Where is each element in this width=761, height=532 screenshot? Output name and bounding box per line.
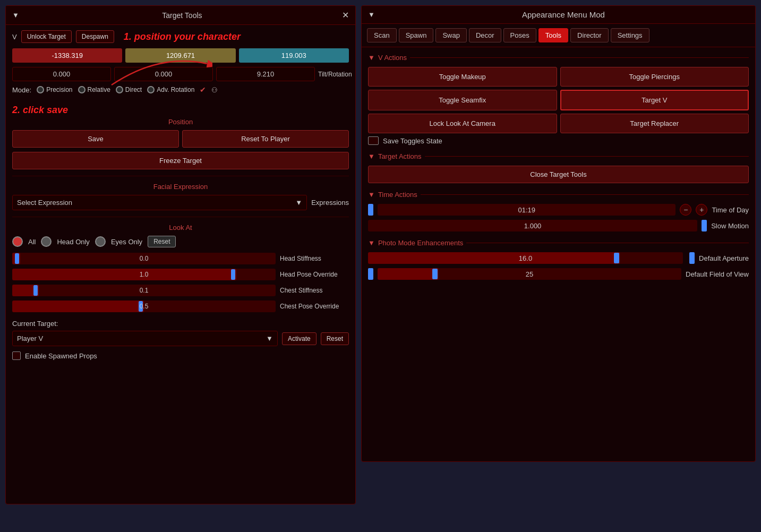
time-actions-title: Time Actions: [378, 191, 417, 199]
position-section-label: Position: [12, 118, 349, 126]
slow-motion-slider[interactable]: 1.000: [368, 220, 697, 231]
all-radio[interactable]: [12, 236, 23, 247]
target-replacer-button[interactable]: Target Replacer: [560, 114, 749, 133]
toggle-makeup-button[interactable]: Toggle Makeup: [368, 67, 557, 87]
head-stiffness-value: 0.0: [12, 255, 276, 262]
check-icon: ✔: [200, 85, 206, 94]
activate-button[interactable]: Activate: [282, 332, 317, 345]
right-panel: ▼ Appearance Menu Mod Scan Spawn Swap De…: [361, 5, 756, 462]
close-button[interactable]: ✕: [342, 10, 349, 20]
tab-spawn[interactable]: Spawn: [399, 28, 434, 42]
eyes-only-radio[interactable]: [95, 236, 106, 247]
v-actions-header: ▼ V Actions: [368, 54, 749, 62]
save-toggles-label: Save Toggles State: [383, 137, 442, 145]
head-pose-slider[interactable]: 1.0: [12, 269, 276, 280]
close-target-tools-button[interactable]: Close Target Tools: [368, 166, 749, 183]
rx-input[interactable]: [12, 67, 111, 81]
chest-pose-slider[interactable]: 0.5: [12, 301, 276, 312]
chest-stiffness-label: Chest Stiffness: [280, 287, 349, 294]
save-button[interactable]: Save: [12, 130, 179, 148]
save-toggles-row: Save Toggles State: [368, 136, 749, 145]
precision-radio[interactable]: Precision: [37, 86, 72, 93]
time-of-day-row: 01:19 − + Time of Day: [368, 204, 749, 216]
right-collapse-icon[interactable]: ▼: [368, 11, 375, 19]
head-pose-label: Head Pose Override: [280, 271, 349, 278]
look-at-reset-button[interactable]: Reset: [148, 236, 176, 247]
reset-to-player-button[interactable]: Reset To Player: [182, 130, 349, 148]
direct-radio[interactable]: Direct: [116, 86, 142, 93]
collapse-icon[interactable]: ▼: [12, 11, 19, 19]
expression-select-row: Select Expression ▼ Expressions: [12, 195, 349, 210]
facial-expression-label: Facial Expression: [12, 183, 349, 191]
slow-motion-row: 1.000 Slow Motion: [368, 220, 749, 231]
mode-label: Mode:: [12, 86, 31, 94]
aperture-thumb[interactable]: [689, 252, 695, 264]
time-actions-header: ▼ Time Actions: [368, 191, 749, 199]
fov-slider[interactable]: 25: [378, 268, 681, 280]
fov-row: 25 Default Field of View: [368, 268, 749, 280]
head-only-radio[interactable]: [41, 236, 52, 247]
tab-tools[interactable]: Tools: [538, 28, 568, 42]
time-of-day-thumb[interactable]: [368, 204, 373, 216]
tab-settings[interactable]: Settings: [611, 28, 649, 42]
current-target-label: Current Target:: [12, 320, 349, 328]
ry-input[interactable]: [114, 67, 213, 81]
chest-pose-label: Chest Pose Override: [280, 303, 349, 310]
chest-stiffness-value: 0.1: [12, 287, 276, 294]
y-coord-input[interactable]: [125, 48, 235, 63]
reset-target-button[interactable]: Reset: [321, 332, 349, 345]
player-v-select[interactable]: Player V ▼: [12, 331, 278, 346]
rz-input[interactable]: [216, 67, 315, 81]
target-v-button[interactable]: Target V: [560, 90, 749, 110]
aperture-slider[interactable]: 16.0: [368, 252, 683, 264]
lock-look-at-camera-button[interactable]: Lock Look At Camera: [368, 114, 557, 133]
time-minus-button[interactable]: −: [680, 204, 691, 216]
save-reset-row: Save Reset To Player: [12, 130, 349, 148]
look-at-section-label: Look At: [12, 224, 349, 231]
tab-poses[interactable]: Poses: [503, 28, 536, 42]
head-stiffness-slider[interactable]: 0.0: [12, 253, 276, 264]
save-toggles-checkbox[interactable]: [368, 136, 379, 145]
time-plus-button[interactable]: +: [696, 204, 707, 216]
annotation-2: 2. click save: [12, 105, 349, 116]
all-label: All: [28, 238, 36, 246]
x-coord-input[interactable]: [12, 48, 122, 63]
relative-radio[interactable]: Relative: [78, 86, 110, 93]
tab-bar: Scan Spawn Swap Decor Poses Tools Direct…: [362, 24, 755, 47]
eyes-only-label: Eyes Only: [111, 238, 142, 246]
time-of-day-slider[interactable]: 01:19: [378, 204, 676, 216]
tab-scan[interactable]: Scan: [367, 28, 397, 42]
head-stiffness-row: 0.0 Head Stiffness: [12, 253, 349, 264]
slow-motion-thumb[interactable]: [702, 220, 707, 231]
look-at-row: All Head Only Eyes Only Reset: [12, 236, 349, 247]
time-of-day-value: 01:19: [518, 206, 535, 214]
tab-swap[interactable]: Swap: [435, 28, 467, 42]
time-actions-section: ▼ Time Actions 01:19 − + Time of Day: [368, 191, 749, 231]
despawn-button[interactable]: Despawn: [76, 30, 114, 43]
enable-props-checkbox[interactable]: [12, 351, 21, 360]
annotation-1: 1. position your character: [124, 31, 241, 42]
toggle-seamfix-button[interactable]: Toggle Seamfix: [368, 90, 557, 110]
tilt-label: Tilt/Rotation: [318, 71, 352, 78]
aperture-label: Default Aperture: [699, 254, 749, 262]
current-target-section: Current Target: Player V ▼ Activate Rese…: [12, 320, 349, 346]
unlock-target-button[interactable]: Unlock Target: [21, 30, 72, 43]
expression-select[interactable]: Select Expression ▼: [12, 195, 307, 210]
v-actions-title: V Actions: [378, 54, 407, 62]
v-actions-bottom-grid: Lock Look At Camera Target Replacer: [368, 114, 749, 133]
target-actions-header: ▼ Target Actions: [368, 152, 749, 160]
fov-value: 25: [378, 270, 681, 278]
fov-thumb[interactable]: [368, 268, 373, 280]
slow-motion-label: Slow Motion: [711, 222, 749, 230]
z-coord-input[interactable]: [239, 48, 349, 63]
adv-rotation-radio[interactable]: Adv. Rotation: [147, 86, 194, 93]
freeze-target-button[interactable]: Freeze Target: [12, 152, 349, 169]
tab-decor[interactable]: Decor: [469, 28, 501, 42]
direct-label: Direct: [125, 86, 142, 93]
tab-director[interactable]: Director: [570, 28, 609, 42]
chest-stiffness-slider[interactable]: 0.1: [12, 285, 276, 296]
photo-mode-title: Photo Mode Enhancements: [378, 239, 463, 247]
toggle-piercings-button[interactable]: Toggle Piercings: [560, 67, 749, 87]
fov-label: Default Field of View: [686, 270, 749, 278]
aperture-value: 16.0: [368, 254, 683, 262]
